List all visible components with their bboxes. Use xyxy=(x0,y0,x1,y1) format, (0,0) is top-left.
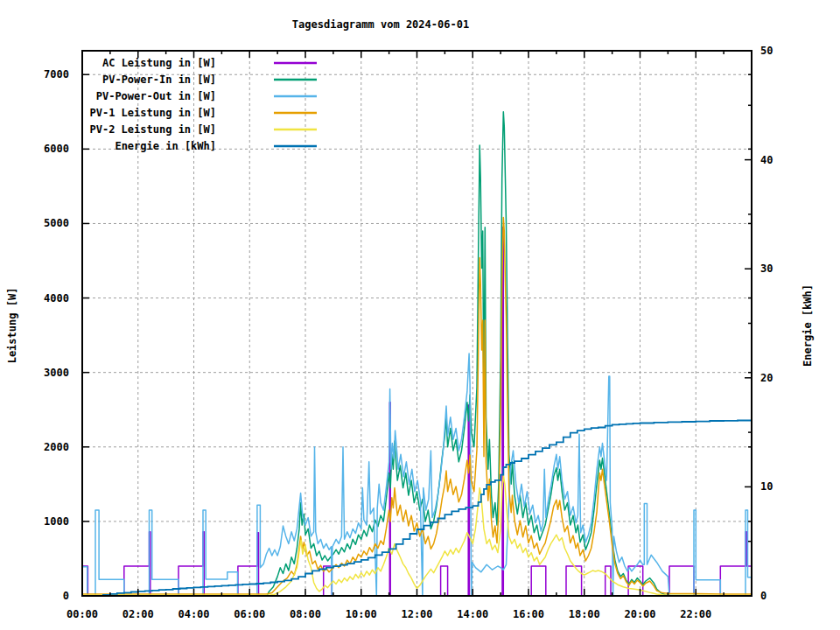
y-tick-label: 5000 xyxy=(44,217,69,229)
y-tick-label: 0 xyxy=(63,590,69,602)
x-tick-label: 22:00 xyxy=(680,608,711,620)
y2-tick-label: 0 xyxy=(760,590,766,602)
y2-tick-label: 50 xyxy=(760,45,773,57)
legend-label: Energie in [kWh] xyxy=(115,140,216,152)
series-line-pv-1-leistung-in-w xyxy=(82,218,752,594)
x-tick-label: 18:00 xyxy=(569,608,600,620)
x-tick-label: 06:00 xyxy=(234,608,265,620)
y2-axis-label: Energie [kWh] xyxy=(802,284,814,367)
y-tick-label: 2000 xyxy=(44,441,69,453)
y2-tick-label: 10 xyxy=(760,480,773,493)
chart-page: { "colors": { "background": "#ffffff", "… xyxy=(0,0,840,630)
legend-item-pv-1-leistung-in-w: PV-1 Leistung in [W] xyxy=(90,107,318,119)
y-axis-label: Leistung [W] xyxy=(6,288,18,364)
legend-label: PV-Power-In in [W] xyxy=(102,74,216,86)
legend-item-pv-power-in-in-w: PV-Power-In in [W] xyxy=(102,74,317,86)
y2-tick-label: 30 xyxy=(760,262,773,275)
y-tick-label: 1000 xyxy=(44,515,69,528)
y-tick-label: 7000 xyxy=(44,68,69,80)
legend-label: PV-Power-Out in [W] xyxy=(96,90,216,102)
daily-pv-chart: Tagesdiagramm vom 2024-06-01 Leistung [W… xyxy=(0,0,840,630)
legend-item-energie-in-kwh: Energie in [kWh] xyxy=(115,140,317,152)
y-tick-label: 6000 xyxy=(44,143,69,155)
x-tick-label: 00:00 xyxy=(66,608,98,620)
series-line-pv-power-out-in-w xyxy=(82,354,752,596)
y2-tick-label: 20 xyxy=(760,372,773,384)
legend-label: PV-2 Leistung in [W] xyxy=(90,123,217,136)
legend: AC Leistung in [W]PV-Power-In in [W]PV-P… xyxy=(90,57,318,152)
chart-title: Tagesdiagramm vom 2024-06-01 xyxy=(292,18,469,31)
x-tick-label: 04:00 xyxy=(178,608,209,620)
x-tick-label: 12:00 xyxy=(401,608,432,620)
x-tick-label: 08:00 xyxy=(290,608,321,620)
x-tick-label: 20:00 xyxy=(624,608,655,620)
y-tick-label: 4000 xyxy=(44,292,69,304)
y2-tick-label: 40 xyxy=(760,154,773,166)
legend-label: PV-1 Leistung in [W] xyxy=(90,107,217,119)
legend-label: AC Leistung in [W] xyxy=(102,57,216,69)
legend-item-ac-leistung-in-w: AC Leistung in [W] xyxy=(102,57,317,69)
y-tick-label: 3000 xyxy=(44,367,69,379)
legend-item-pv-2-leistung-in-w: PV-2 Leistung in [W] xyxy=(90,123,318,136)
x-tick-label: 16:00 xyxy=(513,608,544,620)
x-tick-label: 14:00 xyxy=(457,608,488,620)
x-tick-label: 02:00 xyxy=(122,608,154,620)
x-tick-label: 10:00 xyxy=(346,608,377,620)
legend-item-pv-power-out-in-w: PV-Power-Out in [W] xyxy=(96,90,317,102)
